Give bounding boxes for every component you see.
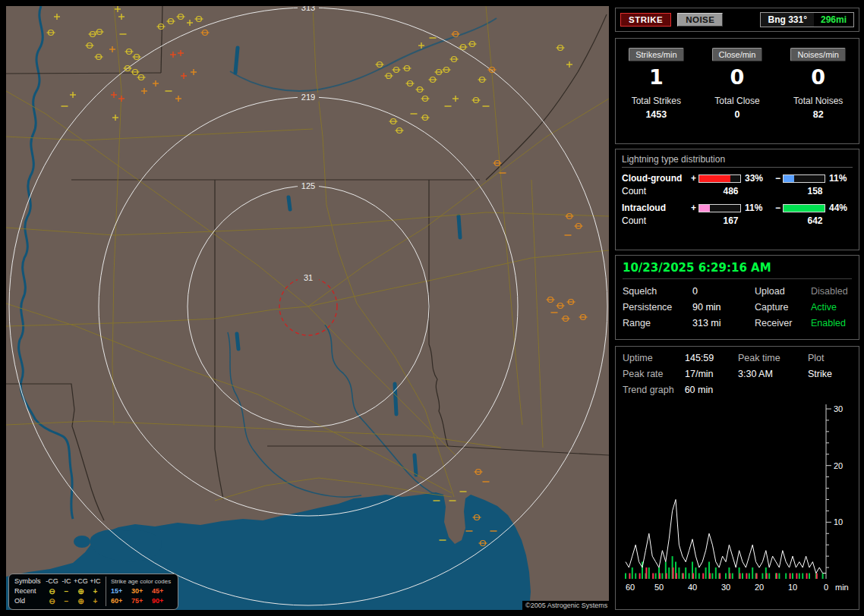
- trend-x-tick-label: 30: [721, 583, 730, 591]
- trend-x-tick-label: 20: [755, 583, 764, 591]
- trend-x-tick-label: 10: [788, 583, 797, 591]
- age-30: 30+: [131, 586, 152, 596]
- legend-age-header: Strike age color codes: [106, 577, 172, 586]
- legend-old-label: Old: [14, 596, 45, 606]
- stats-row: Uptime 145:59 Peak time Plot: [623, 353, 854, 363]
- minus-icon: −: [59, 596, 74, 606]
- cg-minus-bar: [783, 174, 825, 183]
- plus-icon: +: [88, 586, 102, 596]
- receiver-status: Enabled: [811, 318, 852, 328]
- cg-plus-bar: [698, 174, 741, 183]
- ring-label: 31: [304, 273, 313, 282]
- total-strikes-label: Total Strikes: [632, 96, 681, 106]
- age-15: 15+: [111, 586, 131, 596]
- squelch-label: Squelch: [623, 286, 692, 297]
- noises-column: Noises/min 0 Total Noises 82: [777, 48, 859, 143]
- lake-maurepas: [74, 536, 90, 548]
- minus-sign: −: [773, 203, 783, 213]
- count-label: Count: [622, 186, 689, 196]
- noises-per-min-value: 0: [811, 65, 825, 89]
- total-strikes-value: 1453: [645, 109, 667, 120]
- age-60: 60+: [111, 596, 131, 606]
- trend-graph: 1020306050403020100min: [623, 398, 855, 591]
- status-row: Range 313 mi Receiver Enabled: [623, 318, 852, 328]
- strikes-per-min-button[interactable]: Strikes/min: [629, 48, 683, 61]
- range-value: 296mi: [814, 13, 853, 27]
- cg-minus-bar-fill: [784, 175, 794, 182]
- close-column: Close/min 0 Total Close 0: [697, 48, 778, 143]
- trend-y-tick-label: 30: [834, 404, 843, 413]
- status-row: Squelch 0 Upload Disabled: [623, 286, 852, 297]
- ic-plus-bar-fill: [699, 205, 710, 212]
- ic-minus-count: 642: [773, 215, 857, 226]
- peak-rate-value: 17/min: [685, 369, 738, 379]
- distribution-panel: Lightning type distribution Cloud-ground…: [615, 149, 859, 250]
- receiver-label: Receiver: [755, 318, 811, 328]
- trend-graph-label: Trend graph: [623, 385, 674, 395]
- upload-status: Disabled: [811, 286, 852, 297]
- legend-symbols-label: Symbols: [14, 577, 45, 586]
- status-row: Persistence 90 min Capture Active: [623, 302, 852, 313]
- squelch-value: 0: [692, 286, 755, 297]
- plus-sign: +: [689, 203, 698, 213]
- circle-plus-icon: ⊕: [74, 586, 88, 596]
- cg-minus-count: 158: [773, 186, 857, 196]
- peak-time-value: 3:30 AM: [738, 369, 808, 379]
- total-noises-value: 82: [813, 109, 824, 120]
- strikes-per-min-value: 1: [649, 65, 664, 89]
- map-canvas: 31125219313: [6, 6, 609, 610]
- trend-x-tick-label: 40: [688, 583, 697, 591]
- ring-label: 313: [301, 6, 315, 12]
- total-noises-label: Total Noises: [793, 96, 843, 106]
- ring-label: 125: [301, 181, 315, 190]
- circle-minus-icon: ⊖: [45, 596, 59, 606]
- noises-per-min-button[interactable]: Noises/min: [790, 48, 845, 61]
- range-value: 313 mi: [692, 318, 755, 328]
- ic-minus-percent: 44%: [825, 203, 853, 213]
- cg-plus-percent: 33%: [741, 173, 773, 184]
- noise-alarm-button[interactable]: NOISE: [677, 13, 723, 27]
- age-45: 45+: [152, 586, 172, 596]
- trend-x-unit-label: min: [835, 583, 849, 591]
- cg-minus-percent: 11%: [825, 173, 853, 184]
- strikes-column: Strikes/min 1 Total Strikes 1453: [616, 48, 697, 143]
- legend-header-pos-ic: +IC: [88, 577, 102, 586]
- ring-label: 219: [301, 93, 315, 102]
- cg-plus-count: 486: [689, 186, 773, 196]
- legend-header-neg-ic: -IC: [59, 577, 74, 586]
- close-per-min-button[interactable]: Close/min: [712, 48, 763, 61]
- upload-label: Upload: [755, 286, 811, 297]
- uptime-value: 145:59: [685, 353, 738, 363]
- bearing-range-box: Bng 331° 296mi: [760, 12, 854, 27]
- peak-time-label: Peak time: [738, 353, 808, 363]
- plus-icon: +: [88, 596, 102, 606]
- copyright-text: ©2005 Astrogenic Systems: [522, 601, 609, 610]
- legend-header-neg-cg: -CG: [45, 577, 59, 586]
- circle-minus-icon: ⊖: [45, 586, 59, 596]
- trend-x-tick-label: 0: [824, 583, 828, 591]
- distribution-title: Lightning type distribution: [622, 154, 853, 168]
- stats-row: Peak rate 17/min 3:30 AM Strike: [623, 369, 854, 379]
- ic-plus-percent: 11%: [741, 203, 773, 213]
- circle-plus-icon: ⊕: [74, 596, 88, 606]
- ic-plus-count: 167: [689, 215, 773, 226]
- legend-header-pos-cg: +CG: [74, 577, 88, 586]
- count-label: Count: [622, 215, 689, 226]
- persistence-value: 90 min: [692, 302, 755, 313]
- trend-y-tick-label: 10: [834, 517, 843, 526]
- trend-strike-line: [626, 499, 826, 573]
- ic-minus-bar-fill: [784, 205, 825, 212]
- trend-window-value: 60 min: [685, 385, 714, 395]
- cloud-ground-label: Cloud-ground: [622, 173, 689, 184]
- age-75: 75+: [131, 596, 152, 606]
- lightning-map[interactable]: 31125219313 Symbols -CG -IC +CG +IC Stri…: [6, 6, 609, 610]
- cloud-ground-count-row: Count 486 158: [622, 186, 853, 196]
- status-panel: 10/23/2025 6:29:16 AM Squelch 0 Upload D…: [615, 255, 859, 340]
- strike-alarm-button[interactable]: STRIKE: [620, 13, 671, 27]
- cloud-ground-row: Cloud-ground + 33% − 11%: [622, 173, 853, 184]
- trend-x-tick-label: 60: [626, 583, 635, 591]
- close-per-min-value: 0: [730, 65, 745, 89]
- trend-y-tick-label: 20: [834, 461, 843, 470]
- persistence-label: Persistence: [623, 302, 692, 313]
- bearing-value: Bng 331°: [761, 13, 813, 27]
